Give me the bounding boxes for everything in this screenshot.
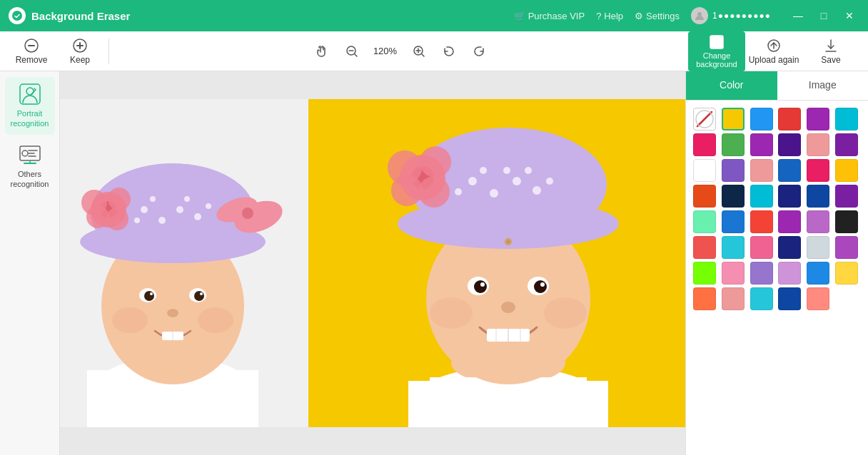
color-swatch[interactable] xyxy=(778,159,801,182)
color-swatch[interactable] xyxy=(722,133,745,156)
color-swatch[interactable] xyxy=(835,262,858,285)
user-name: 1●●●●●●●●● xyxy=(712,11,771,21)
settings-button[interactable]: ⚙ Settings xyxy=(635,11,680,21)
color-swatch[interactable] xyxy=(750,287,773,310)
color-swatch[interactable] xyxy=(835,159,858,182)
color-swatch[interactable] xyxy=(722,236,745,259)
help-button[interactable]: ? Help xyxy=(596,11,623,21)
keep-tool-button[interactable]: Keep xyxy=(57,34,103,68)
color-swatch[interactable] xyxy=(750,236,773,259)
color-swatch[interactable] xyxy=(693,159,716,182)
sidebar-item-portrait[interactable]: Portrait recognition xyxy=(5,77,55,135)
color-swatch[interactable] xyxy=(835,210,858,233)
upload-again-button[interactable]: Upload again xyxy=(745,31,802,71)
color-swatch[interactable] xyxy=(750,108,773,131)
color-swatch[interactable] xyxy=(835,185,858,208)
titlebar: Background Eraser 🛒 Purchase VIP ? Help … xyxy=(0,0,868,31)
color-swatch[interactable] xyxy=(693,108,716,131)
zoom-out-button[interactable] xyxy=(341,41,363,62)
color-swatch[interactable] xyxy=(807,236,829,259)
color-swatch[interactable] xyxy=(835,236,858,259)
canvas-area xyxy=(60,71,685,455)
color-swatch[interactable] xyxy=(693,236,716,259)
color-swatch[interactable] xyxy=(807,287,829,310)
color-swatch[interactable] xyxy=(722,108,745,131)
svg-point-56 xyxy=(106,208,128,230)
color-swatch[interactable] xyxy=(722,185,745,208)
svg-point-66 xyxy=(430,297,473,329)
svg-point-37 xyxy=(200,292,203,295)
color-swatch[interactable] xyxy=(778,210,801,233)
svg-point-94 xyxy=(391,175,423,206)
color-swatch[interactable] xyxy=(807,159,829,182)
color-swatch[interactable] xyxy=(750,159,773,182)
color-swatch[interactable] xyxy=(750,262,773,285)
color-swatch[interactable] xyxy=(778,185,801,208)
save-button[interactable]: Save xyxy=(802,31,859,71)
undo-button[interactable] xyxy=(438,41,460,62)
color-swatch[interactable] xyxy=(750,210,773,233)
color-swatch[interactable] xyxy=(750,185,773,208)
color-swatch[interactable] xyxy=(778,287,801,310)
others-label: Others recognition xyxy=(11,169,49,190)
color-swatch[interactable] xyxy=(693,287,716,310)
svg-point-85 xyxy=(480,167,487,174)
svg-point-15 xyxy=(718,38,721,41)
settings-icon: ⚙ xyxy=(635,11,643,21)
purchase-vip-button[interactable]: 🛒 Purchase VIP xyxy=(514,11,585,21)
color-swatch[interactable] xyxy=(835,133,858,156)
color-swatch[interactable] xyxy=(807,185,829,208)
color-swatch[interactable] xyxy=(835,108,858,131)
app-logo xyxy=(9,7,26,24)
svg-point-48 xyxy=(184,196,190,202)
remove-tool-button[interactable]: Remove xyxy=(9,34,54,68)
toolbar: Remove Keep 120% xyxy=(0,31,868,71)
svg-point-82 xyxy=(490,189,498,198)
tab-color[interactable]: Color xyxy=(686,71,777,100)
svg-point-88 xyxy=(546,178,553,185)
toolbar-separator xyxy=(108,39,109,64)
color-swatch[interactable] xyxy=(693,185,716,208)
maximize-button[interactable]: □ xyxy=(814,6,834,26)
redo-button[interactable] xyxy=(468,41,490,62)
color-swatch[interactable] xyxy=(722,262,745,285)
tab-image[interactable]: Image xyxy=(777,71,869,100)
svg-point-36 xyxy=(150,292,153,295)
toolbar-right: Change background Upload again Save xyxy=(688,31,859,71)
svg-point-35 xyxy=(194,291,204,301)
color-swatch[interactable] xyxy=(807,108,829,131)
svg-point-49 xyxy=(134,218,140,223)
color-swatch[interactable] xyxy=(693,210,716,233)
color-swatch[interactable] xyxy=(722,159,745,182)
color-swatch[interactable] xyxy=(807,262,829,285)
color-swatch[interactable] xyxy=(693,133,716,156)
minimize-button[interactable]: — xyxy=(788,6,808,26)
titlebar-left: Background Eraser xyxy=(9,7,130,24)
color-swatch[interactable] xyxy=(778,108,801,131)
svg-point-46 xyxy=(194,213,201,220)
color-swatch[interactable] xyxy=(778,236,801,259)
color-swatch[interactable] xyxy=(807,210,829,233)
color-swatch[interactable] xyxy=(693,262,716,285)
change-background-button[interactable]: Change background xyxy=(688,31,745,71)
color-swatch[interactable] xyxy=(722,287,745,310)
color-swatch[interactable] xyxy=(778,133,801,156)
svg-point-54 xyxy=(108,188,131,210)
color-swatch[interactable] xyxy=(722,210,745,233)
zoom-in-button[interactable] xyxy=(408,41,430,62)
svg-point-23 xyxy=(22,150,28,156)
user-area: 1●●●●●●●●● xyxy=(691,7,771,24)
svg-point-71 xyxy=(534,280,547,293)
sidebar: Portrait recognition Others recognition xyxy=(0,71,60,455)
color-swatch[interactable] xyxy=(750,133,773,156)
svg-point-38 xyxy=(167,309,178,317)
sidebar-item-others[interactable]: Others recognition xyxy=(5,138,55,195)
svg-point-47 xyxy=(150,196,156,202)
svg-point-83 xyxy=(513,177,521,185)
close-button[interactable]: ✕ xyxy=(839,6,859,26)
color-swatch[interactable] xyxy=(778,262,801,285)
color-swatch[interactable] xyxy=(807,133,829,156)
pan-tool-button[interactable] xyxy=(311,41,333,62)
user-avatar xyxy=(691,7,708,24)
app-title: Background Eraser xyxy=(31,10,130,22)
